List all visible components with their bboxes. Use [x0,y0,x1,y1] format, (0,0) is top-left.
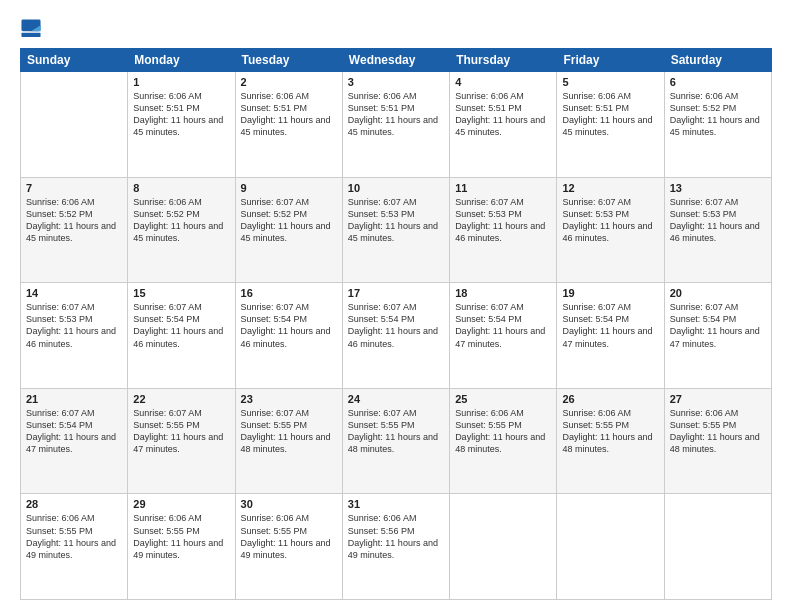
day-number: 30 [241,498,337,510]
header [20,18,772,40]
day-number: 16 [241,287,337,299]
calendar-cell: 2Sunrise: 6:06 AM Sunset: 5:51 PM Daylig… [235,72,342,178]
cell-info: Sunrise: 6:07 AM Sunset: 5:55 PM Dayligh… [241,407,337,456]
day-number: 9 [241,182,337,194]
day-number: 7 [26,182,122,194]
calendar-cell: 29Sunrise: 6:06 AM Sunset: 5:55 PM Dayli… [128,494,235,600]
cell-info: Sunrise: 6:07 AM Sunset: 5:55 PM Dayligh… [133,407,229,456]
cell-info: Sunrise: 6:07 AM Sunset: 5:54 PM Dayligh… [348,301,444,350]
day-number: 10 [348,182,444,194]
day-number: 24 [348,393,444,405]
day-number: 3 [348,76,444,88]
day-number: 28 [26,498,122,510]
day-number: 5 [562,76,658,88]
calendar-cell: 5Sunrise: 6:06 AM Sunset: 5:51 PM Daylig… [557,72,664,178]
cell-info: Sunrise: 6:07 AM Sunset: 5:54 PM Dayligh… [670,301,766,350]
calendar-cell: 8Sunrise: 6:06 AM Sunset: 5:52 PM Daylig… [128,177,235,283]
cell-info: Sunrise: 6:06 AM Sunset: 5:55 PM Dayligh… [241,512,337,561]
day-number: 15 [133,287,229,299]
day-number: 17 [348,287,444,299]
calendar-cell: 21Sunrise: 6:07 AM Sunset: 5:54 PM Dayli… [21,388,128,494]
cell-info: Sunrise: 6:06 AM Sunset: 5:51 PM Dayligh… [562,90,658,139]
col-header-thursday: Thursday [450,49,557,72]
calendar-cell: 6Sunrise: 6:06 AM Sunset: 5:52 PM Daylig… [664,72,771,178]
calendar-cell: 4Sunrise: 6:06 AM Sunset: 5:51 PM Daylig… [450,72,557,178]
cell-info: Sunrise: 6:07 AM Sunset: 5:53 PM Dayligh… [670,196,766,245]
calendar-cell: 18Sunrise: 6:07 AM Sunset: 5:54 PM Dayli… [450,283,557,389]
day-number: 23 [241,393,337,405]
calendar-cell: 11Sunrise: 6:07 AM Sunset: 5:53 PM Dayli… [450,177,557,283]
day-number: 27 [670,393,766,405]
cell-info: Sunrise: 6:07 AM Sunset: 5:54 PM Dayligh… [133,301,229,350]
day-number: 21 [26,393,122,405]
cell-info: Sunrise: 6:06 AM Sunset: 5:56 PM Dayligh… [348,512,444,561]
cell-info: Sunrise: 6:07 AM Sunset: 5:53 PM Dayligh… [348,196,444,245]
cell-info: Sunrise: 6:06 AM Sunset: 5:55 PM Dayligh… [670,407,766,456]
calendar-cell: 19Sunrise: 6:07 AM Sunset: 5:54 PM Dayli… [557,283,664,389]
calendar-cell [450,494,557,600]
day-number: 4 [455,76,551,88]
calendar-table: SundayMondayTuesdayWednesdayThursdayFrid… [20,48,772,600]
day-number: 22 [133,393,229,405]
col-header-sunday: Sunday [21,49,128,72]
calendar-cell [664,494,771,600]
calendar-week-row: 14Sunrise: 6:07 AM Sunset: 5:53 PM Dayli… [21,283,772,389]
col-header-tuesday: Tuesday [235,49,342,72]
day-number: 8 [133,182,229,194]
cell-info: Sunrise: 6:06 AM Sunset: 5:51 PM Dayligh… [241,90,337,139]
day-number: 2 [241,76,337,88]
cell-info: Sunrise: 6:06 AM Sunset: 5:55 PM Dayligh… [562,407,658,456]
calendar-cell: 12Sunrise: 6:07 AM Sunset: 5:53 PM Dayli… [557,177,664,283]
col-header-friday: Friday [557,49,664,72]
logo [20,18,46,40]
calendar-cell: 23Sunrise: 6:07 AM Sunset: 5:55 PM Dayli… [235,388,342,494]
day-number: 6 [670,76,766,88]
cell-info: Sunrise: 6:06 AM Sunset: 5:52 PM Dayligh… [26,196,122,245]
calendar-cell: 26Sunrise: 6:06 AM Sunset: 5:55 PM Dayli… [557,388,664,494]
calendar-cell: 16Sunrise: 6:07 AM Sunset: 5:54 PM Dayli… [235,283,342,389]
svg-rect-2 [21,33,40,37]
calendar-cell: 3Sunrise: 6:06 AM Sunset: 5:51 PM Daylig… [342,72,449,178]
calendar-cell: 31Sunrise: 6:06 AM Sunset: 5:56 PM Dayli… [342,494,449,600]
cell-info: Sunrise: 6:07 AM Sunset: 5:54 PM Dayligh… [241,301,337,350]
calendar-cell: 20Sunrise: 6:07 AM Sunset: 5:54 PM Dayli… [664,283,771,389]
day-number: 14 [26,287,122,299]
cell-info: Sunrise: 6:06 AM Sunset: 5:55 PM Dayligh… [455,407,551,456]
cell-info: Sunrise: 6:06 AM Sunset: 5:55 PM Dayligh… [26,512,122,561]
cell-info: Sunrise: 6:07 AM Sunset: 5:55 PM Dayligh… [348,407,444,456]
cell-info: Sunrise: 6:06 AM Sunset: 5:51 PM Dayligh… [133,90,229,139]
cell-info: Sunrise: 6:07 AM Sunset: 5:54 PM Dayligh… [455,301,551,350]
cell-info: Sunrise: 6:07 AM Sunset: 5:53 PM Dayligh… [26,301,122,350]
calendar-cell: 10Sunrise: 6:07 AM Sunset: 5:53 PM Dayli… [342,177,449,283]
calendar-cell: 7Sunrise: 6:06 AM Sunset: 5:52 PM Daylig… [21,177,128,283]
cell-info: Sunrise: 6:06 AM Sunset: 5:51 PM Dayligh… [348,90,444,139]
day-number: 26 [562,393,658,405]
day-number: 20 [670,287,766,299]
calendar-cell: 9Sunrise: 6:07 AM Sunset: 5:52 PM Daylig… [235,177,342,283]
day-number: 19 [562,287,658,299]
calendar-cell: 15Sunrise: 6:07 AM Sunset: 5:54 PM Dayli… [128,283,235,389]
day-number: 18 [455,287,551,299]
calendar-cell: 22Sunrise: 6:07 AM Sunset: 5:55 PM Dayli… [128,388,235,494]
col-header-saturday: Saturday [664,49,771,72]
cell-info: Sunrise: 6:07 AM Sunset: 5:52 PM Dayligh… [241,196,337,245]
calendar-cell: 28Sunrise: 6:06 AM Sunset: 5:55 PM Dayli… [21,494,128,600]
day-number: 31 [348,498,444,510]
calendar-cell [21,72,128,178]
calendar-cell: 13Sunrise: 6:07 AM Sunset: 5:53 PM Dayli… [664,177,771,283]
calendar-cell: 30Sunrise: 6:06 AM Sunset: 5:55 PM Dayli… [235,494,342,600]
day-number: 25 [455,393,551,405]
cell-info: Sunrise: 6:07 AM Sunset: 5:54 PM Dayligh… [562,301,658,350]
day-number: 13 [670,182,766,194]
calendar-cell: 24Sunrise: 6:07 AM Sunset: 5:55 PM Dayli… [342,388,449,494]
col-header-monday: Monday [128,49,235,72]
calendar-cell: 14Sunrise: 6:07 AM Sunset: 5:53 PM Dayli… [21,283,128,389]
logo-icon [20,18,42,40]
calendar-cell: 25Sunrise: 6:06 AM Sunset: 5:55 PM Dayli… [450,388,557,494]
calendar-week-row: 21Sunrise: 6:07 AM Sunset: 5:54 PM Dayli… [21,388,772,494]
day-number: 1 [133,76,229,88]
calendar-header-row: SundayMondayTuesdayWednesdayThursdayFrid… [21,49,772,72]
calendar-week-row: 1Sunrise: 6:06 AM Sunset: 5:51 PM Daylig… [21,72,772,178]
cell-info: Sunrise: 6:07 AM Sunset: 5:53 PM Dayligh… [455,196,551,245]
page: SundayMondayTuesdayWednesdayThursdayFrid… [0,0,792,612]
